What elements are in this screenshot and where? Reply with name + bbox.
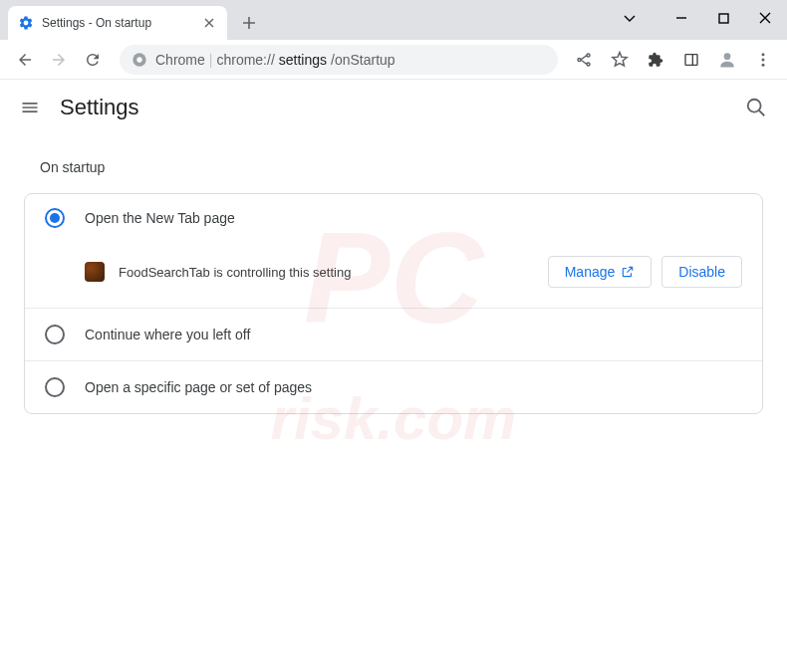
reload-button[interactable] (78, 45, 108, 75)
bookmark-star-icon[interactable] (606, 46, 634, 74)
browser-tab[interactable]: Settings - On startup (8, 6, 227, 40)
option-continue[interactable]: Continue where you left off (25, 309, 762, 360)
chevron-down-icon[interactable] (616, 4, 644, 32)
svg-rect-0 (719, 14, 728, 23)
svg-point-7 (762, 58, 765, 61)
svg-point-2 (136, 57, 141, 62)
svg-point-5 (724, 53, 731, 60)
extension-actions: Manage Disable (548, 256, 742, 288)
browser-toolbar: Chrome | chrome://settings/onStartup (0, 40, 787, 80)
chrome-icon (131, 52, 147, 68)
share-icon[interactable] (570, 46, 598, 74)
svg-rect-3 (685, 54, 697, 65)
option-specific-pages[interactable]: Open a specific page or set of pages (25, 361, 762, 413)
hamburger-menu-icon[interactable] (20, 98, 40, 117)
radio-unselected-icon[interactable] (45, 325, 65, 344)
minimize-button[interactable] (667, 4, 695, 32)
svg-point-6 (762, 53, 765, 56)
extension-message: FoodSearchTab is controlling this settin… (119, 265, 534, 280)
forward-button[interactable] (44, 45, 74, 75)
close-icon[interactable] (201, 15, 217, 31)
side-panel-icon[interactable] (677, 46, 705, 74)
maximize-button[interactable] (709, 4, 737, 32)
option-label: Open the New Tab page (85, 210, 235, 226)
toolbar-actions (570, 46, 777, 74)
new-tab-button[interactable] (235, 9, 263, 37)
url-text: Chrome | chrome://settings/onStartup (155, 52, 395, 68)
address-bar[interactable]: Chrome | chrome://settings/onStartup (120, 45, 558, 75)
svg-line-10 (759, 111, 765, 116)
window-titlebar: Settings - On startup (0, 0, 787, 40)
section-title: On startup (40, 159, 763, 175)
close-window-button[interactable] (751, 4, 779, 32)
option-label: Continue where you left off (85, 327, 250, 342)
external-link-icon (621, 265, 635, 279)
profile-icon[interactable] (713, 46, 741, 74)
startup-card: Open the New Tab page FoodSearchTab is c… (24, 193, 763, 414)
page-title: Settings (60, 95, 139, 120)
radio-selected-icon[interactable] (45, 208, 65, 228)
settings-header: Settings (0, 80, 787, 135)
svg-point-8 (762, 63, 765, 66)
extension-notice: FoodSearchTab is controlling this settin… (25, 242, 762, 308)
svg-point-9 (748, 100, 761, 112)
manage-button[interactable]: Manage (548, 256, 653, 288)
kebab-menu-icon[interactable] (749, 46, 777, 74)
option-new-tab[interactable]: Open the New Tab page (25, 194, 762, 242)
radio-unselected-icon[interactable] (45, 377, 65, 397)
extension-app-icon (85, 262, 105, 282)
window-controls (616, 4, 779, 32)
tab-title: Settings - On startup (42, 16, 193, 30)
gear-icon (18, 15, 34, 31)
back-button[interactable] (10, 45, 40, 75)
extensions-icon[interactable] (642, 46, 669, 74)
disable-button[interactable]: Disable (661, 256, 742, 288)
option-label: Open a specific page or set of pages (85, 379, 312, 395)
settings-content: On startup Open the New Tab page FoodSea… (0, 135, 787, 430)
search-icon[interactable] (745, 97, 767, 118)
